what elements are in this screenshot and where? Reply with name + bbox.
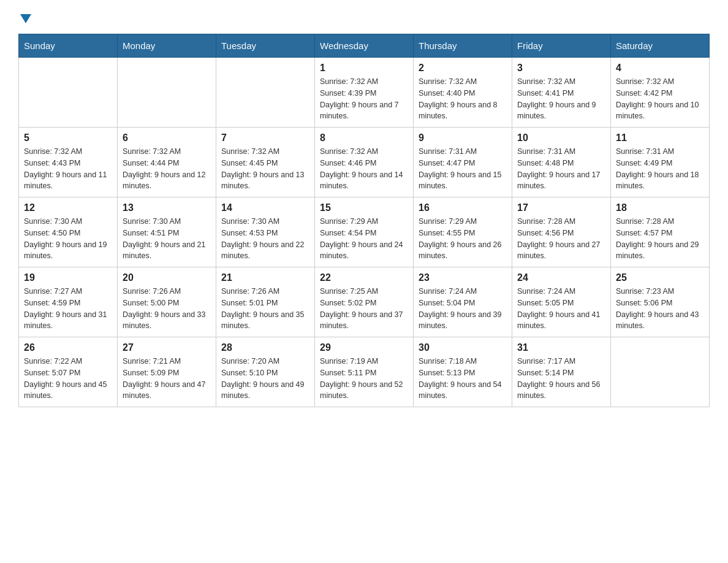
weekday-header-friday: Friday — [512, 34, 611, 58]
day-number: 3 — [517, 63, 605, 74]
page-header — [18, 12, 710, 21]
calendar-week-row: 26Sunrise: 7:22 AMSunset: 5:07 PMDayligh… — [19, 337, 710, 407]
day-info: Sunrise: 7:29 AMSunset: 4:55 PMDaylight:… — [419, 216, 507, 262]
day-number: 25 — [616, 272, 704, 283]
day-info: Sunrise: 7:28 AMSunset: 4:57 PMDaylight:… — [616, 216, 704, 262]
calendar-day-cell: 19Sunrise: 7:27 AMSunset: 4:59 PMDayligh… — [19, 267, 118, 337]
calendar-week-row: 19Sunrise: 7:27 AMSunset: 4:59 PMDayligh… — [19, 267, 710, 337]
day-info: Sunrise: 7:28 AMSunset: 4:56 PMDaylight:… — [517, 216, 605, 262]
weekday-header-wednesday: Wednesday — [315, 34, 414, 58]
calendar-day-cell: 23Sunrise: 7:24 AMSunset: 5:04 PMDayligh… — [414, 267, 512, 337]
day-number: 20 — [123, 272, 211, 283]
day-number: 16 — [419, 202, 507, 213]
day-info: Sunrise: 7:23 AMSunset: 5:06 PMDaylight:… — [616, 286, 704, 332]
calendar-day-cell: 28Sunrise: 7:20 AMSunset: 5:10 PMDayligh… — [216, 337, 315, 407]
day-number: 8 — [320, 132, 408, 144]
day-info: Sunrise: 7:32 AMSunset: 4:43 PMDaylight:… — [24, 146, 112, 192]
day-number: 2 — [419, 63, 507, 74]
day-number: 24 — [517, 272, 605, 283]
day-info: Sunrise: 7:32 AMSunset: 4:41 PMDaylight:… — [517, 76, 605, 122]
calendar-day-cell: 4Sunrise: 7:32 AMSunset: 4:42 PMDaylight… — [611, 58, 710, 128]
calendar-body: 1Sunrise: 7:32 AMSunset: 4:39 PMDaylight… — [19, 58, 710, 407]
day-info: Sunrise: 7:21 AMSunset: 5:09 PMDaylight:… — [123, 356, 211, 402]
calendar-header: SundayMondayTuesdayWednesdayThursdayFrid… — [19, 34, 710, 58]
day-number: 10 — [517, 132, 605, 144]
calendar-day-cell: 15Sunrise: 7:29 AMSunset: 4:54 PMDayligh… — [315, 197, 414, 267]
day-number: 4 — [616, 63, 704, 74]
day-info: Sunrise: 7:32 AMSunset: 4:42 PMDaylight:… — [616, 76, 704, 122]
day-number: 1 — [320, 63, 408, 74]
calendar-day-cell: 3Sunrise: 7:32 AMSunset: 4:41 PMDaylight… — [512, 58, 611, 128]
day-info: Sunrise: 7:24 AMSunset: 5:05 PMDaylight:… — [517, 286, 605, 332]
calendar-day-cell: 21Sunrise: 7:26 AMSunset: 5:01 PMDayligh… — [216, 267, 315, 337]
day-info: Sunrise: 7:30 AMSunset: 4:51 PMDaylight:… — [123, 216, 211, 262]
calendar-day-cell: 14Sunrise: 7:30 AMSunset: 4:53 PMDayligh… — [216, 197, 315, 267]
day-number: 27 — [123, 342, 211, 353]
calendar-day-cell — [216, 58, 315, 128]
calendar-day-cell: 1Sunrise: 7:32 AMSunset: 4:39 PMDaylight… — [315, 58, 414, 128]
day-number: 22 — [320, 272, 408, 283]
day-info: Sunrise: 7:24 AMSunset: 5:04 PMDaylight:… — [419, 286, 507, 332]
day-number: 26 — [24, 342, 112, 353]
calendar-day-cell: 16Sunrise: 7:29 AMSunset: 4:55 PMDayligh… — [414, 197, 512, 267]
calendar-week-row: 12Sunrise: 7:30 AMSunset: 4:50 PMDayligh… — [19, 197, 710, 267]
day-info: Sunrise: 7:31 AMSunset: 4:49 PMDaylight:… — [616, 146, 704, 192]
calendar-day-cell: 20Sunrise: 7:26 AMSunset: 5:00 PMDayligh… — [118, 267, 216, 337]
day-number: 18 — [616, 202, 704, 213]
day-info: Sunrise: 7:31 AMSunset: 4:48 PMDaylight:… — [517, 146, 605, 192]
calendar-day-cell: 17Sunrise: 7:28 AMSunset: 4:56 PMDayligh… — [512, 197, 611, 267]
day-number: 11 — [616, 132, 704, 144]
calendar-day-cell: 26Sunrise: 7:22 AMSunset: 5:07 PMDayligh… — [19, 337, 118, 407]
calendar-week-row: 1Sunrise: 7:32 AMSunset: 4:39 PMDaylight… — [19, 58, 710, 128]
calendar-day-cell: 9Sunrise: 7:31 AMSunset: 4:47 PMDaylight… — [414, 128, 512, 197]
day-info: Sunrise: 7:19 AMSunset: 5:11 PMDaylight:… — [320, 356, 408, 402]
calendar-day-cell — [611, 337, 710, 407]
calendar-day-cell: 30Sunrise: 7:18 AMSunset: 5:13 PMDayligh… — [414, 337, 512, 407]
calendar-day-cell: 13Sunrise: 7:30 AMSunset: 4:51 PMDayligh… — [118, 197, 216, 267]
day-number: 28 — [221, 342, 309, 353]
weekday-header-saturday: Saturday — [611, 34, 710, 58]
calendar-day-cell: 8Sunrise: 7:32 AMSunset: 4:46 PMDaylight… — [315, 128, 414, 197]
day-info: Sunrise: 7:22 AMSunset: 5:07 PMDaylight:… — [24, 356, 112, 402]
day-info: Sunrise: 7:32 AMSunset: 4:45 PMDaylight:… — [221, 146, 309, 192]
weekday-header-thursday: Thursday — [414, 34, 512, 58]
day-number: 17 — [517, 202, 605, 213]
calendar-day-cell: 5Sunrise: 7:32 AMSunset: 4:43 PMDaylight… — [19, 128, 118, 197]
day-info: Sunrise: 7:30 AMSunset: 4:53 PMDaylight:… — [221, 216, 309, 262]
day-number: 7 — [221, 132, 309, 144]
calendar-week-row: 5Sunrise: 7:32 AMSunset: 4:43 PMDaylight… — [19, 128, 710, 197]
weekday-header-monday: Monday — [118, 34, 216, 58]
calendar-day-cell: 7Sunrise: 7:32 AMSunset: 4:45 PMDaylight… — [216, 128, 315, 197]
calendar-day-cell: 27Sunrise: 7:21 AMSunset: 5:09 PMDayligh… — [118, 337, 216, 407]
day-info: Sunrise: 7:25 AMSunset: 5:02 PMDaylight:… — [320, 286, 408, 332]
calendar-day-cell: 24Sunrise: 7:24 AMSunset: 5:05 PMDayligh… — [512, 267, 611, 337]
calendar-day-cell: 6Sunrise: 7:32 AMSunset: 4:44 PMDaylight… — [118, 128, 216, 197]
day-number: 31 — [517, 342, 605, 353]
logo — [18, 12, 31, 21]
calendar-day-cell: 10Sunrise: 7:31 AMSunset: 4:48 PMDayligh… — [512, 128, 611, 197]
calendar-day-cell: 22Sunrise: 7:25 AMSunset: 5:02 PMDayligh… — [315, 267, 414, 337]
calendar-day-cell: 12Sunrise: 7:30 AMSunset: 4:50 PMDayligh… — [19, 197, 118, 267]
calendar-day-cell: 18Sunrise: 7:28 AMSunset: 4:57 PMDayligh… — [611, 197, 710, 267]
calendar-day-cell: 31Sunrise: 7:17 AMSunset: 5:14 PMDayligh… — [512, 337, 611, 407]
calendar-day-cell: 29Sunrise: 7:19 AMSunset: 5:11 PMDayligh… — [315, 337, 414, 407]
day-number: 23 — [419, 272, 507, 283]
day-number: 14 — [221, 202, 309, 213]
calendar-day-cell: 25Sunrise: 7:23 AMSunset: 5:06 PMDayligh… — [611, 267, 710, 337]
day-info: Sunrise: 7:32 AMSunset: 4:46 PMDaylight:… — [320, 146, 408, 192]
logo-triangle-icon — [20, 14, 31, 23]
day-info: Sunrise: 7:18 AMSunset: 5:13 PMDaylight:… — [419, 356, 507, 402]
day-number: 12 — [24, 202, 112, 213]
day-number: 6 — [123, 132, 211, 144]
calendar-day-cell: 11Sunrise: 7:31 AMSunset: 4:49 PMDayligh… — [611, 128, 710, 197]
day-info: Sunrise: 7:32 AMSunset: 4:39 PMDaylight:… — [320, 76, 408, 122]
day-number: 29 — [320, 342, 408, 353]
day-number: 30 — [419, 342, 507, 353]
calendar-day-cell: 2Sunrise: 7:32 AMSunset: 4:40 PMDaylight… — [414, 58, 512, 128]
calendar-day-cell — [118, 58, 216, 128]
calendar-day-cell — [19, 58, 118, 128]
day-number: 9 — [419, 132, 507, 144]
day-number: 21 — [221, 272, 309, 283]
day-number: 5 — [24, 132, 112, 144]
day-info: Sunrise: 7:29 AMSunset: 4:54 PMDaylight:… — [320, 216, 408, 262]
